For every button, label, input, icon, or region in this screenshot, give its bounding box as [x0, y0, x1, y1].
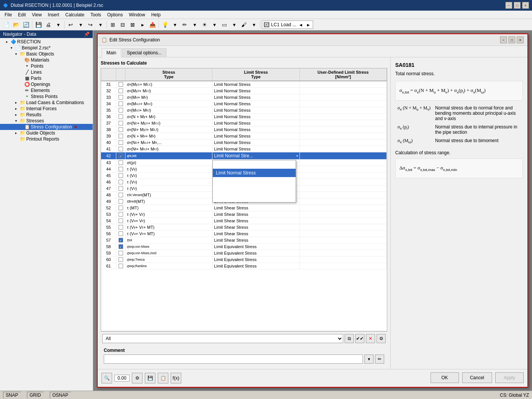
menu-edit[interactable]: Edit [15, 11, 29, 18]
export-btn[interactable]: 📤 [148, 20, 157, 29]
sun2-btn[interactable]: ▾ [210, 20, 219, 29]
checkbox-41[interactable] [119, 147, 123, 151]
checkbox-31[interactable] [119, 82, 123, 87]
print-btn[interactable]: 🖨 [44, 20, 53, 29]
copy-btn[interactable]: ⧉ [345, 334, 354, 343]
refresh-btn[interactable]: 🔄 [21, 20, 30, 29]
comment-edit-btn[interactable]: ✏ [375, 355, 384, 364]
maximize-btn[interactable]: □ [514, 2, 521, 9]
table-row[interactable]: 41 σx (Nt + Mu,t + Mv,t) Limit Normal St… [101, 146, 387, 152]
dialog-minimize[interactable]: − [500, 36, 507, 43]
dialog-maximize[interactable]: □ [508, 36, 515, 43]
rect-btn[interactable]: ▭ [220, 20, 229, 29]
checkbox-40[interactable] [119, 140, 123, 145]
option-limit-shear[interactable]: Limit Shear Stress [213, 177, 296, 185]
menu-tools[interactable]: Tools [87, 11, 104, 18]
checkbox-52[interactable] [119, 206, 123, 210]
filter-select[interactable]: All [102, 334, 343, 343]
option-limit-normal[interactable]: Limit Normal Stress [213, 169, 296, 177]
checkbox-44[interactable] [119, 167, 123, 171]
ok-button[interactable]: OK [431, 372, 459, 383]
checkbox-45[interactable] [119, 173, 123, 178]
table-row[interactable]: 59 σeqv,von Mises,mod Limit Equivalent S… [101, 250, 387, 256]
brush2-btn[interactable]: ▾ [249, 20, 258, 29]
checkbox-34[interactable] [119, 101, 123, 106]
checkbox-35[interactable] [119, 108, 123, 112]
checkbox-57[interactable] [119, 238, 123, 242]
nav-guide-objects[interactable]: ▸ 📁 Guide Objects [0, 130, 93, 136]
checkbox-54[interactable] [119, 218, 123, 223]
checkbox-38[interactable] [119, 127, 123, 132]
status-grid[interactable]: GRID [27, 392, 44, 399]
nav-stress-points[interactable]: • Stress Points [0, 93, 93, 100]
pen2-btn[interactable]: ▾ [190, 20, 199, 29]
light-btn[interactable]: 💡 [160, 20, 169, 29]
settings-btn[interactable]: ⚙ [377, 334, 386, 343]
status-osnap[interactable]: OSNAP [50, 392, 71, 399]
nav-printout[interactable]: 📁 Printout Reports [0, 136, 93, 142]
menu-options[interactable]: Options [104, 11, 126, 18]
table3-btn[interactable]: ⊠ [128, 20, 137, 29]
tool-btn3[interactable]: 📋 [158, 373, 168, 383]
checkbox-46[interactable] [119, 180, 123, 184]
table-row[interactable]: 57 τtot Limit Shear Stress [101, 237, 387, 244]
tool-btn2[interactable]: 💾 [145, 373, 155, 383]
table4-btn[interactable]: ▸ [138, 20, 147, 29]
limit-stress-dropdown[interactable]: Limit Normal Stre... ▾ [212, 152, 299, 159]
navigator-pin[interactable]: 📌 [84, 32, 90, 37]
checkbox-43[interactable] [119, 160, 123, 165]
print2-btn[interactable]: ▾ [54, 20, 63, 29]
pen-btn[interactable]: ✏ [180, 20, 189, 29]
brush-btn[interactable]: 🖌 [239, 20, 249, 29]
tool-btn1[interactable]: ⚙ [132, 373, 142, 383]
table-row[interactable]: 34 σx (Mu,c + Mv,c) Limit Normal Stress [101, 101, 387, 107]
dropdown-menu-42[interactable]: None Limit Normal Stress Limit Shear Str… [212, 160, 296, 203]
menu-insert[interactable]: Insert [45, 11, 62, 18]
nav-results[interactable]: ▸ 📁 Results [0, 112, 93, 118]
tab-main[interactable]: Main [101, 48, 121, 57]
nav-stresses[interactable]: ▾ 📁 Stresses [0, 118, 93, 124]
table-row[interactable]: 61 σeqv,Rankine Limit Equivalent Stress [101, 263, 387, 269]
table-row[interactable]: 38 σx (Nt + My,t + Mz,t) Limit Normal St… [101, 127, 387, 133]
menu-help[interactable]: Help [148, 11, 164, 18]
light2-btn[interactable]: ▾ [170, 20, 179, 29]
checkbox-56[interactable] [119, 231, 123, 236]
checkbox-59[interactable] [119, 251, 123, 255]
save-btn[interactable]: 💾 [34, 20, 43, 29]
open-btn[interactable]: 📂 [11, 20, 21, 29]
redo-btn[interactable]: ↪ [86, 20, 95, 29]
checkbox-33[interactable] [119, 95, 123, 100]
checkbox-37[interactable] [119, 121, 123, 125]
table-row[interactable]: 40 σx (Nc + Mu,c + Mv,... Limit Normal S… [101, 139, 387, 146]
option-none[interactable]: None [213, 160, 296, 169]
option-user[interactable]: User [213, 194, 296, 202]
table-row[interactable]: 33 σx (Mu + Mv) Limit Normal Stress [101, 94, 387, 101]
table-row[interactable]: 36 σx (N + My + Mz) Limit Normal Stress [101, 114, 387, 120]
table-row[interactable]: 53 τ (Vy + Vz) Limit Shear Stress [101, 211, 387, 218]
table-row[interactable]: 39 σx (N + Mu + Mv) Limit Normal Stress [101, 133, 387, 139]
table-row[interactable]: 35 σx (Mu,t + Mv,t) Limit Normal Stress [101, 107, 387, 114]
minimize-btn[interactable]: − [505, 2, 512, 9]
table-row[interactable]: 58 σeqv,von Mises Limit Equivalent Stres… [101, 244, 387, 250]
status-snap[interactable]: SNAP [3, 392, 21, 399]
menu-view[interactable]: View [29, 11, 45, 18]
checkbox-42[interactable] [119, 154, 123, 158]
comment-expand-btn[interactable]: ▾ [364, 355, 374, 364]
redo2-btn[interactable]: ▾ [96, 20, 105, 29]
search-btn[interactable]: 🔍 [101, 373, 112, 383]
nav-openings[interactable]: ⭕ Openings [0, 81, 93, 87]
delete-btn[interactable]: ✕ [366, 334, 375, 343]
nav-lines[interactable]: ╱ Lines [0, 69, 93, 75]
apply-button[interactable]: Apply [495, 372, 524, 383]
tab-special[interactable]: Special options... [122, 48, 166, 57]
checkbox-32[interactable] [119, 89, 123, 93]
checkbox-58[interactable] [119, 244, 123, 249]
comment-input[interactable] [104, 355, 363, 364]
menu-window[interactable]: Window [126, 11, 148, 18]
nav-parts[interactable]: ▦ Parts [0, 75, 93, 81]
close-btn[interactable]: × [522, 2, 529, 9]
option-limit-equivalent[interactable]: Limit Equivalent Stress [213, 185, 296, 194]
undo-btn[interactable]: ↩ [66, 20, 75, 29]
nav-points[interactable]: • Points [0, 63, 93, 69]
lc-next[interactable]: ▸ [305, 20, 311, 29]
